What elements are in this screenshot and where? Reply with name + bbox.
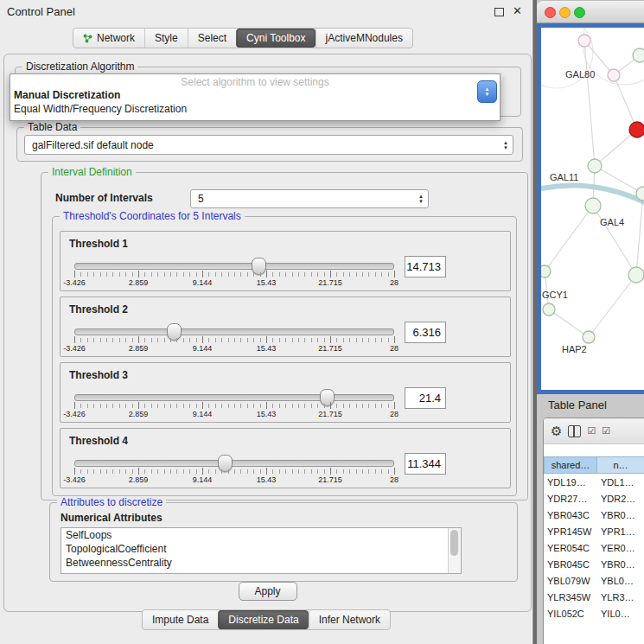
checkbox-icon[interactable]: ☑ <box>587 425 596 437</box>
table-row[interactable]: YIL052CYIL0… <box>544 605 644 622</box>
tick-label: 2.859 <box>129 410 149 418</box>
slider-major-tick <box>74 468 75 475</box>
slider-major-tick <box>394 271 395 277</box>
cyni-toolbox-panel: Discretization Algorithm Select algorith… <box>3 54 532 612</box>
network-view[interactable]: GAL80GAL11GAL4GCY1HAP2 <box>537 23 644 394</box>
tab-jactivemnodules[interactable]: jActiveMNodules <box>316 29 412 48</box>
tab-impute-data[interactable]: Impute Data <box>143 610 218 629</box>
numerical-attributes-list: SelfLoopsTopologicalCoefficientBetweenne… <box>61 527 462 574</box>
network-edge[interactable] <box>595 130 637 166</box>
threshold-panel-2: Threshold 2-3.4262.8599.14415.4321.71528… <box>60 296 511 357</box>
cell-name: YPR1… <box>597 526 644 537</box>
slider-track[interactable] <box>74 394 394 401</box>
network-edge[interactable] <box>584 41 595 166</box>
numerical-attribute-item[interactable]: TopologicalCoefficient <box>61 542 461 556</box>
network-edge[interactable] <box>549 309 589 337</box>
numerical-attribute-item[interactable]: BetweennessCentrality <box>61 556 461 570</box>
tab-style[interactable]: Style <box>144 29 188 48</box>
tab-infer-network[interactable]: Infer Network <box>309 610 390 629</box>
network-edge[interactable] <box>636 194 643 275</box>
slider-major-tick <box>74 336 75 343</box>
group-label: Interval Definition <box>48 166 136 178</box>
table-row[interactable]: YBR045CYBR0… <box>544 556 644 572</box>
tab-cyni-toolbox[interactable]: Cyni Toolbox <box>236 29 315 48</box>
cell-name: YBL0… <box>597 576 644 586</box>
table-row[interactable]: YER054CYER0… <box>544 539 644 556</box>
slider-ticks <box>74 404 394 408</box>
tab-network[interactable]: Network <box>73 29 144 48</box>
tick-label: -3.426 <box>63 410 86 418</box>
threshold-value-field[interactable]: 6.316 <box>405 322 446 343</box>
selected-node[interactable] <box>629 122 644 137</box>
gear-icon[interactable]: ⚙ <box>551 424 562 439</box>
slider-tick-labels: -3.4262.8599.14415.4321.71528 <box>74 475 394 484</box>
network-edge[interactable] <box>593 206 636 275</box>
slider-major-tick <box>266 468 267 475</box>
table-row[interactable]: YBL079WYBL0… <box>544 572 644 589</box>
algorithm-option-manual[interactable]: Manual Discretization <box>10 88 500 102</box>
slider-ticks <box>74 338 394 342</box>
table-data-select[interactable]: galFiltered.sif default node ▲ ▼ <box>24 135 513 155</box>
threshold-slider[interactable]: -3.4262.8599.14415.4321.71528 <box>74 392 394 418</box>
network-node[interactable] <box>608 69 620 81</box>
threshold-value-field[interactable]: 14.713 <box>405 256 446 277</box>
network-node[interactable] <box>583 331 595 343</box>
zoom-traffic-light-icon[interactable] <box>574 7 585 18</box>
slider-track[interactable] <box>74 328 394 335</box>
threshold-value-field[interactable]: 21.4 <box>405 387 446 409</box>
checkbox-icon[interactable]: ☑ <box>602 425 610 437</box>
column-header-name[interactable]: n… <box>597 456 644 474</box>
table-row[interactable]: YDL19…YDL1… <box>544 474 644 490</box>
cell-name: YBR0… <box>597 510 644 520</box>
number-of-intervals-label: Number of Intervals <box>55 192 153 204</box>
column-header-shared-name[interactable]: shared… <box>544 456 597 474</box>
table-row[interactable]: YPR145WYPR1… <box>544 523 644 539</box>
apply-button[interactable]: Apply <box>239 582 297 601</box>
network-node[interactable] <box>633 48 644 62</box>
table-row[interactable]: YBR043CYBR0… <box>544 507 644 523</box>
algorithm-option-equal-width[interactable]: Equal Width/Frequency Discretization <box>10 102 500 116</box>
network-edge[interactable] <box>589 275 636 337</box>
threshold-panel-4: Threshold 4-3.4262.8599.14415.4321.71528… <box>60 428 511 488</box>
close-traffic-light-icon[interactable] <box>545 7 556 18</box>
scrollbar-thumb[interactable] <box>450 530 458 556</box>
table-row[interactable]: YDR27…YDR2… <box>544 490 644 507</box>
tick-label: 15.43 <box>257 410 277 418</box>
table-row[interactable]: YLR345WYLR3… <box>544 589 644 605</box>
slider-major-tick <box>266 402 267 409</box>
minimize-traffic-light-icon[interactable] <box>559 7 571 18</box>
network-node[interactable] <box>628 267 644 283</box>
slider-major-tick <box>266 336 267 343</box>
tab-discretize-data[interactable]: Discretize Data <box>218 610 308 629</box>
scrollbar[interactable] <box>448 528 461 573</box>
group-label: Threshold's Coordinates for 5 Intervals <box>60 210 245 222</box>
tick-label: 15.43 <box>257 278 277 287</box>
numerical-attribute-item[interactable]: SelfLoops <box>61 528 461 542</box>
threshold-value-field[interactable]: 11.344 <box>405 453 446 475</box>
network-node[interactable] <box>585 198 601 214</box>
cell-name: YBR0… <box>597 559 644 570</box>
network-edge[interactable] <box>545 206 593 271</box>
threshold-slider[interactable]: -3.4262.8599.14415.4321.71528 <box>74 261 394 287</box>
slider-track[interactable] <box>74 263 394 270</box>
float-window-icon[interactable] <box>494 8 504 16</box>
slider-track[interactable] <box>74 460 394 467</box>
columns-icon[interactable] <box>568 425 581 437</box>
tab-select[interactable]: Select <box>188 29 236 48</box>
number-of-intervals-select[interactable]: 5 ▲ ▼ <box>190 189 429 208</box>
threshold-slider[interactable]: -3.4262.8599.14415.4321.71528 <box>74 327 394 353</box>
algorithm-combo-stepper-icon[interactable]: ▲ ▼ <box>477 80 497 103</box>
tick-label: 21.715 <box>318 278 342 287</box>
cell-name: YDR2… <box>597 494 644 504</box>
network-node[interactable] <box>578 35 590 47</box>
network-node[interactable] <box>543 303 555 316</box>
cell-shared-name: YBR043C <box>544 510 597 520</box>
close-icon[interactable]: ✕ <box>513 4 522 17</box>
tick-label: 9.144 <box>193 475 213 484</box>
slider-tick-labels: -3.4262.8599.14415.4321.71528 <box>74 344 394 353</box>
network-node[interactable] <box>541 265 551 277</box>
threshold-slider[interactable]: -3.4262.8599.14415.4321.71528 <box>74 458 394 484</box>
node-label: GAL4 <box>600 217 624 227</box>
slider-major-tick <box>394 468 395 475</box>
network-node[interactable] <box>588 159 602 173</box>
